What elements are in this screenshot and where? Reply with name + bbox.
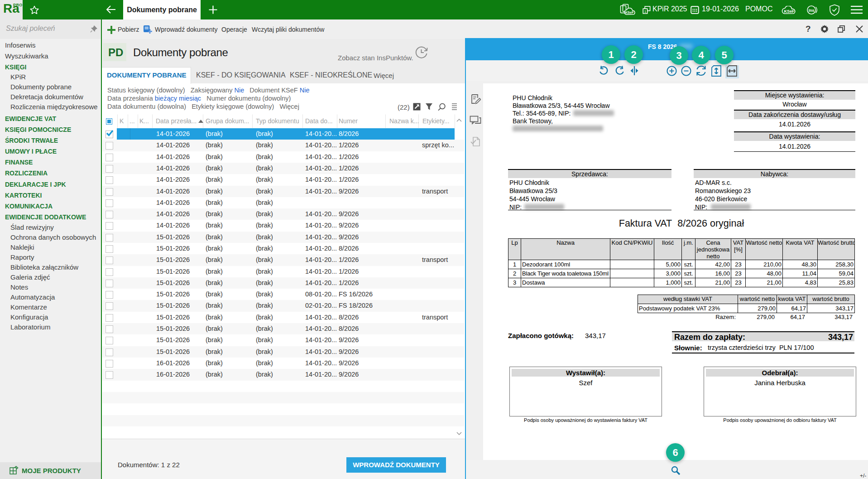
svg-text:1: 1 <box>644 10 647 14</box>
svg-text:KSeF: KSeF <box>784 9 795 14</box>
svg-text:Ins: Ins <box>809 8 815 13</box>
svg-text:KSeF: KSeF <box>625 10 634 15</box>
